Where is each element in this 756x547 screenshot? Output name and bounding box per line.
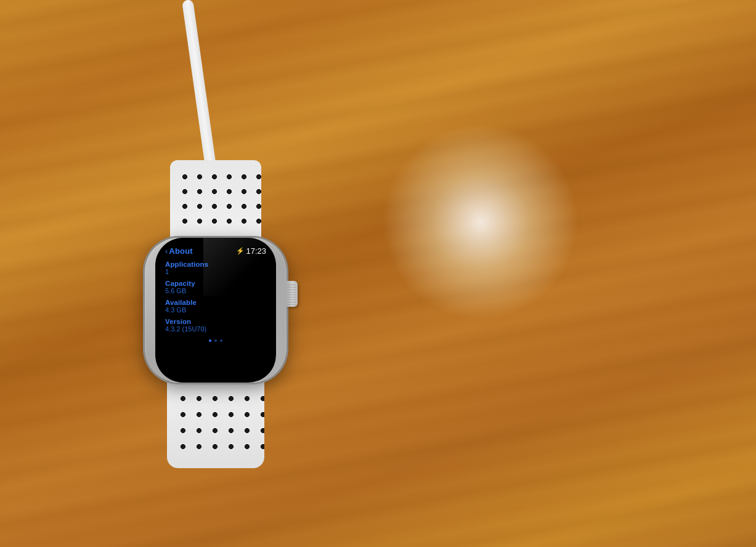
current-time: 17:23 bbox=[246, 246, 266, 256]
available-section: Available 4.3 GB bbox=[165, 299, 266, 314]
light-glare bbox=[382, 123, 579, 320]
time-display: ⚡ 17:23 bbox=[236, 246, 266, 256]
back-label: About bbox=[169, 246, 193, 256]
capacity-label: Capacity bbox=[165, 280, 266, 287]
apple-watch: ‹ About ⚡ 17:23 Applications 1 Capacity … bbox=[102, 160, 330, 468]
capacity-section: Capacity 5.6 GB bbox=[165, 280, 266, 294]
pagination-dot-2 bbox=[214, 339, 217, 342]
version-section: Version 4.3.2 (15U70) bbox=[165, 318, 266, 333]
pagination-dot-3 bbox=[220, 339, 222, 342]
screen-header: ‹ About ⚡ 17:23 bbox=[165, 246, 266, 256]
applications-value: 1 bbox=[165, 268, 266, 275]
chevron-left-icon: ‹ bbox=[165, 246, 168, 256]
available-label: Available bbox=[165, 299, 266, 306]
watch-case: ‹ About ⚡ 17:23 Applications 1 Capacity … bbox=[145, 238, 287, 383]
version-value: 4.3.2 (15U70) bbox=[165, 325, 266, 333]
pagination-dots bbox=[165, 339, 266, 342]
charging-bolt-icon: ⚡ bbox=[236, 247, 245, 255]
watch-screen: ‹ About ⚡ 17:23 Applications 1 Capacity … bbox=[155, 238, 276, 383]
applications-section: Applications 1 bbox=[165, 261, 266, 275]
available-value: 4.3 GB bbox=[165, 306, 266, 314]
capacity-value: 5.6 GB bbox=[165, 287, 266, 294]
watch-band-top bbox=[170, 160, 261, 239]
back-button[interactable]: ‹ About bbox=[165, 246, 193, 256]
digital-crown[interactable] bbox=[287, 281, 298, 307]
applications-label: Applications bbox=[165, 261, 266, 268]
pagination-dot-1 bbox=[209, 339, 211, 342]
version-label: Version bbox=[165, 318, 266, 325]
watch-band-bottom bbox=[167, 381, 264, 468]
